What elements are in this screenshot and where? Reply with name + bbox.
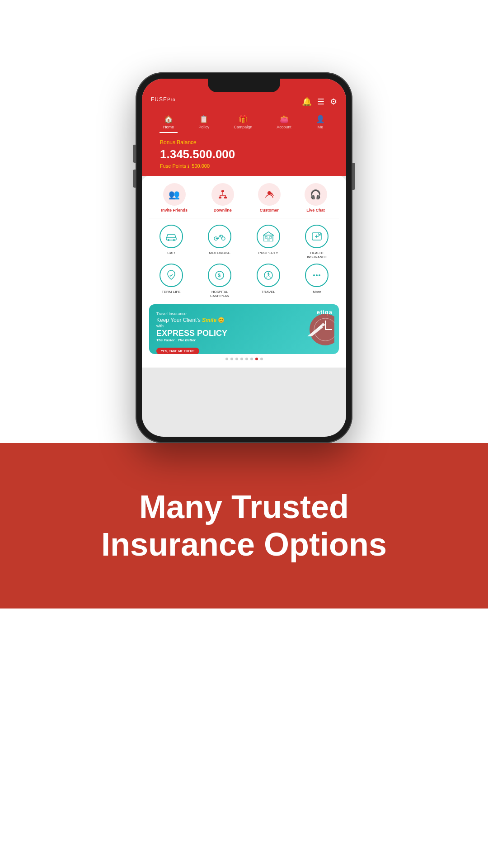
hospital-label: HOSPITALCASH PLAN — [210, 290, 230, 298]
svg-point-24 — [313, 274, 315, 276]
svg-rect-17 — [270, 236, 272, 238]
dot-3[interactable] — [235, 358, 238, 360]
insurance-property[interactable]: PROPERTY — [246, 225, 291, 259]
fuse-points-amount: 500.000 — [192, 163, 210, 169]
campaign-icon: 🎁 — [239, 115, 248, 123]
tagline: Many Trusted Insurance Options — [36, 488, 452, 563]
dot-6[interactable] — [250, 358, 253, 360]
car-label: CAR — [167, 251, 175, 255]
car-icon — [160, 225, 183, 248]
svg-rect-2 — [224, 197, 227, 198]
tab-home[interactable]: 🏠 Home — [160, 112, 178, 133]
property-label: PROPERTY — [258, 251, 278, 255]
svg-point-11 — [173, 239, 175, 241]
account-icon: 👛 — [280, 115, 289, 123]
term-life-label: TERM LIFE — [162, 290, 181, 294]
volume-down-button — [133, 170, 136, 188]
term-life-icon — [160, 264, 183, 287]
tab-me[interactable]: 👤 Me — [312, 112, 328, 133]
svg-point-19 — [318, 233, 321, 236]
insurance-hospital[interactable]: $ HOSPITALCASH PLAN — [198, 264, 242, 298]
motorbike-label: MOTORBIKE — [209, 251, 230, 255]
svg-rect-1 — [219, 197, 221, 198]
svg-point-13 — [222, 237, 225, 240]
dot-2[interactable] — [230, 358, 233, 360]
power-button — [352, 163, 355, 190]
promo-banner[interactable]: etiqa Travel Insurance Keep Your Client'… — [149, 304, 339, 354]
quick-actions: 👥 Invite Friends — [149, 183, 339, 218]
phone-screen: FUSEPro 🔔 ☰ ⚙ 🏠 Home 📋 — [142, 79, 346, 437]
more-label: More — [313, 290, 321, 294]
dot-8[interactable] — [260, 358, 263, 360]
svg-point-25 — [316, 274, 318, 276]
bonus-label: Bonus Balance — [160, 139, 328, 146]
menu-icon[interactable]: ☰ — [317, 97, 324, 107]
policy-icon: 📋 — [199, 115, 208, 123]
live-chat-label: Live Chat — [306, 208, 325, 212]
tab-campaign-label: Campaign — [234, 125, 252, 129]
health-icon — [305, 225, 328, 248]
svg-rect-15 — [267, 238, 270, 241]
fuse-points-label: Fuse Points — [160, 163, 186, 169]
insurance-health[interactable]: HEALTHINSURANCE — [295, 225, 339, 259]
svg-point-7 — [267, 191, 271, 195]
customer-icon — [258, 183, 281, 206]
tab-account-label: Account — [277, 125, 291, 129]
action-downline[interactable]: Downline — [211, 183, 234, 212]
tab-campaign[interactable]: 🎁 Campaign — [230, 112, 256, 133]
hospital-icon: $ — [208, 264, 231, 287]
tagline-line1: Many Trusted — [139, 489, 349, 525]
action-customer[interactable]: Customer — [258, 183, 281, 212]
notification-icon[interactable]: 🔔 — [302, 97, 312, 107]
fuse-points-info-icon[interactable]: ℹ — [188, 164, 189, 169]
customer-label: Customer — [260, 208, 279, 212]
logo-text: FUSE — [151, 96, 167, 103]
me-icon: 👤 — [316, 115, 325, 123]
travel-label: TRAVEL — [261, 290, 275, 294]
property-icon — [257, 225, 280, 248]
invite-friends-icon: 👥 — [163, 183, 186, 206]
insurance-motorbike[interactable]: MOTORBIKE — [198, 225, 242, 259]
top-icons-group: 🔔 ☰ ⚙ — [302, 97, 337, 107]
logo-superscript: Pro — [167, 97, 176, 102]
tab-me-label: Me — [318, 125, 324, 129]
motorbike-icon — [208, 225, 231, 248]
action-invite-friends[interactable]: 👥 Invite Friends — [161, 183, 188, 212]
dot-4[interactable] — [240, 358, 243, 360]
live-chat-icon: 🎧 — [305, 183, 327, 206]
tagline-line2: Insurance Options — [101, 526, 387, 562]
action-live-chat[interactable]: 🎧 Live Chat — [305, 183, 327, 212]
nav-tabs: 🏠 Home 📋 Policy 🎁 Campaign 👛 Account — [151, 112, 337, 133]
top-section: FUSEPro 🔔 ☰ ⚙ 🏠 Home 📋 — [0, 0, 488, 443]
svg-text:$: $ — [218, 273, 221, 278]
settings-icon[interactable]: ⚙ — [330, 97, 337, 107]
banner-cta-button[interactable]: YES, TAKE ME THERE — [156, 348, 199, 354]
svg-point-10 — [168, 239, 169, 241]
tab-account[interactable]: 👛 Account — [273, 112, 295, 133]
fuse-points: Fuse Points ℹ 500.000 — [160, 163, 328, 169]
notch — [208, 79, 280, 92]
insurance-more[interactable]: More — [295, 264, 339, 298]
svg-rect-0 — [221, 190, 224, 192]
dot-1[interactable] — [225, 358, 228, 360]
svg-point-26 — [319, 274, 320, 276]
health-label: HEALTHINSURANCE — [307, 251, 327, 259]
top-bar: FUSEPro 🔔 ☰ ⚙ — [151, 96, 337, 108]
insurance-car[interactable]: CAR — [149, 225, 193, 259]
white-card: 👥 Invite Friends — [142, 176, 346, 368]
tab-policy[interactable]: 📋 Policy — [195, 112, 213, 133]
banner-graphic — [298, 311, 334, 352]
dot-7[interactable] — [255, 358, 258, 360]
insurance-grid: CAR MOTORBIKE — [149, 225, 339, 298]
carousel-dots — [149, 358, 339, 360]
balance-section: Bonus Balance 1.345.500.000 Fuse Points … — [151, 133, 337, 176]
app-header: FUSEPro 🔔 ☰ ⚙ 🏠 Home 📋 — [142, 79, 346, 176]
phone-frame: FUSEPro 🔔 ☰ ⚙ 🏠 Home 📋 — [136, 72, 352, 443]
tab-home-label: Home — [163, 125, 174, 129]
travel-icon — [257, 264, 280, 287]
invite-friends-label: Invite Friends — [161, 208, 188, 212]
insurance-travel[interactable]: TRAVEL — [246, 264, 291, 298]
volume-up-button — [133, 145, 136, 163]
insurance-term-life[interactable]: TERM LIFE — [149, 264, 193, 298]
dot-5[interactable] — [245, 358, 248, 360]
